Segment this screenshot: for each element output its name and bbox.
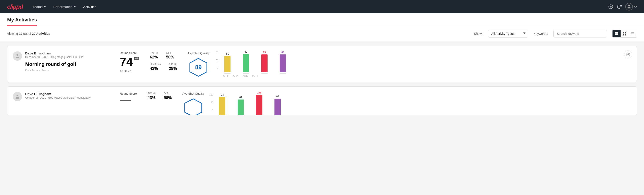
x-axis-labels: OTT APP ARG PUTT [214, 74, 290, 77]
user-menu[interactable] [625, 3, 637, 10]
chart-area: 100 50 0 85 [214, 51, 290, 74]
one-putt-value: 28% [169, 66, 177, 71]
svg-rect-10 [625, 34, 626, 36]
bar-value-app: 90 [244, 50, 247, 53]
keywords-label: Keywords: [534, 32, 548, 36]
nav-teams-label: Teams [33, 5, 42, 9]
stat-pair-2-1: FW Hit 43% GIR 56% [148, 92, 172, 100]
list-compact-icon [631, 32, 634, 36]
svg-point-17 [16, 94, 18, 96]
bar-value-ott-2: 94 [221, 94, 224, 96]
svg-rect-13 [631, 34, 634, 34]
gir-value: 50% [166, 55, 174, 60]
quality-label: Avg Shot Quality [188, 52, 209, 55]
svg-rect-5 [615, 34, 618, 34]
activity-type-select[interactable]: All Activity Types [488, 30, 528, 38]
bar-group-app: 90 [238, 50, 254, 74]
bar-group-ott: 85 [220, 53, 235, 74]
bar-fill-ott [224, 56, 230, 72]
hexagon-container: Avg Shot Quality 89 [188, 52, 209, 77]
hexagon: 89 [188, 58, 208, 77]
card-top: Dave Billingham December 05, 2021 · Gog … [13, 51, 631, 77]
nav-performance-label: Performance [53, 5, 72, 9]
svg-point-15 [16, 54, 18, 56]
filter-bar: Viewing 12 out of 29 Activities Show: Al… [0, 26, 644, 41]
one-putt-label: 1 Putt [169, 63, 177, 66]
user-avatar-2 [13, 92, 22, 101]
x-label-arg: ARG [242, 74, 248, 77]
activity-type-select-wrapper[interactable]: All Activity Types [488, 30, 528, 38]
fw-hit-value: 62% [150, 55, 158, 60]
search-input[interactable] [554, 30, 607, 38]
card-left-2: Dave Billingham October 16, 2021 · Gog M… [13, 92, 120, 101]
card-stats-2: Round Score FW Hit 43% GIR 56% [120, 92, 631, 115]
gir-label-2: GIR [164, 92, 172, 95]
bar-value-ott: 85 [226, 53, 229, 55]
list-compact-view-btn[interactable] [628, 30, 637, 37]
svg-marker-18 [185, 99, 202, 115]
bar-chart: 100 50 0 85 [214, 51, 290, 77]
y-label-0-2: 0 [209, 109, 213, 112]
fw-hit: FW Hit 62% [150, 51, 158, 60]
x-label-putt: PUTT [252, 74, 258, 77]
hexagon-2 [184, 98, 203, 115]
round-score-label-2: Round Score [120, 92, 137, 95]
nav-links: Teams Performance Activities [30, 3, 601, 10]
data-source: Data Source: Arccos [25, 69, 84, 72]
one-putt: 1 Putt 28% [169, 63, 177, 71]
gir-value-2: 56% [164, 96, 172, 100]
svg-rect-11 [631, 32, 634, 32]
main-content: Dave Billingham December 05, 2021 · Gog … [0, 41, 644, 195]
nav-item-teams[interactable]: Teams [30, 3, 49, 10]
y-label-50: 50 [214, 59, 218, 62]
y-label-100-2: 100 [209, 94, 213, 96]
viewing-count: 12 [19, 32, 22, 36]
logo: clippd [7, 3, 23, 10]
fw-hit-label-2: FW Hit [148, 92, 156, 95]
y-label-100: 100 [214, 51, 218, 54]
quality-section-2: Avg Shot Quality 100 50 0 [182, 92, 285, 115]
up-down: Up/Down 43% [150, 63, 161, 71]
nav-item-performance[interactable]: Performance [51, 3, 79, 10]
score-bar [120, 100, 131, 101]
gir-2: GIR 56% [164, 92, 172, 100]
page-title: My Activities [7, 17, 37, 26]
card-user-info: Dave Billingham December 05, 2021 · Gog … [25, 51, 84, 72]
hexagon-svg-2 [184, 98, 203, 115]
bar-value-arg-2: 106 [257, 91, 261, 94]
round-score-value: 74 +4 [120, 56, 139, 68]
bar-fill-putt [280, 54, 286, 72]
hex-score: 89 [195, 64, 202, 71]
bar-fill-app [243, 54, 249, 72]
round-score-group: Round Score 74 +4 18 Holes [120, 51, 139, 77]
x-label-ott: OTT [222, 74, 229, 77]
user-name: Dave Billingham [25, 51, 84, 55]
bars-area-2: 94 82 106 [215, 94, 285, 116]
nav-item-activities[interactable]: Activities [80, 3, 99, 10]
card-left: Dave Billingham December 05, 2021 · Gog … [13, 51, 120, 72]
stat-pair-2: Up/Down 43% 1 Putt 28% [150, 63, 177, 71]
svg-rect-6 [615, 34, 618, 35]
bar-group-ott-2: 94 [215, 94, 230, 116]
list-dense-view-btn[interactable] [612, 30, 620, 37]
edit-button[interactable] [624, 50, 632, 58]
bar-group-putt-2: 87 [270, 95, 285, 116]
viewing-text: Viewing 12 out of 29 Activities [7, 32, 468, 36]
view-toggle [612, 30, 637, 38]
bar-fill-ott-2 [219, 97, 226, 116]
stat-pairs: FW Hit 62% GIR 50% Up/Down 43% [150, 51, 177, 77]
gir: GIR 50% [166, 51, 174, 60]
score-number: 74 [120, 56, 133, 68]
refresh-icon[interactable] [617, 4, 622, 9]
add-icon[interactable] [608, 4, 613, 9]
card-stats: Round Score 74 +4 18 Holes FW Hit 62% [120, 51, 631, 77]
grid-view-btn[interactable] [620, 30, 628, 37]
bar-fill-putt-2 [274, 98, 281, 116]
svg-rect-14 [631, 35, 634, 35]
bar-group-app-2: 82 [234, 96, 248, 116]
x-label-app: APP [232, 74, 238, 77]
card-user-info-2: Dave Billingham October 16, 2021 · Gog M… [25, 92, 90, 99]
bar-fill-arg-2 [256, 95, 262, 116]
bar-value-putt: 89 [282, 51, 284, 54]
bar-fill-app-2 [238, 100, 244, 116]
